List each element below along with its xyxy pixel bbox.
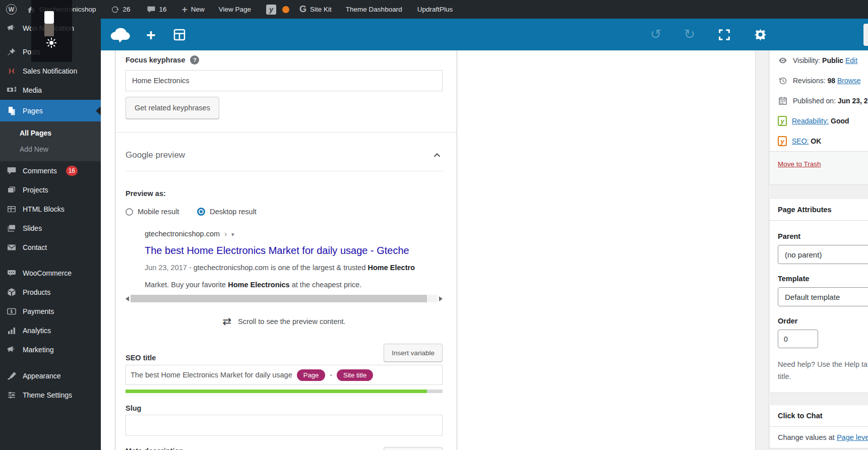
page-variable-tag[interactable]: Page xyxy=(297,369,325,381)
updraftplus-link[interactable]: UpdraftPlus xyxy=(417,6,453,13)
wordpress-logo-icon[interactable]: W xyxy=(6,4,17,15)
new-menu[interactable]: + New xyxy=(182,5,205,14)
insert-variable-button[interactable]: Insert variable xyxy=(384,344,443,362)
preview-desc-bold: Home Electro xyxy=(368,264,415,272)
sidebar-item-label: Payments xyxy=(23,307,54,315)
page-level-link[interactable]: Page leve xyxy=(837,433,868,441)
projects-icon xyxy=(7,185,17,195)
page-attributes-help-text: Need help? Use the Help ta title. xyxy=(778,358,868,382)
preview-horizontal-scrollbar[interactable] xyxy=(126,295,443,302)
redo-icon[interactable]: ↻ xyxy=(684,28,695,41)
visibility-edit-link[interactable]: Edit xyxy=(845,56,857,65)
preview-desc-text: at the cheapest price. xyxy=(290,281,362,289)
sidebar-item-comments[interactable]: Comments 16 xyxy=(0,161,101,180)
desktop-result-radio[interactable]: Desktop result xyxy=(197,208,257,216)
seo-title-text: The best Home Electronics Market for dai… xyxy=(131,371,292,379)
pushpin-icon xyxy=(7,47,17,57)
visibility-row: Visibility: Public Edit xyxy=(770,50,868,71)
site-kit-menu[interactable]: G Site Kit xyxy=(299,4,332,15)
progress-fill xyxy=(126,390,427,393)
scrollbar-thumb[interactable] xyxy=(44,11,54,24)
notification-dot-icon[interactable] xyxy=(282,6,289,13)
seo-title-label: SEO title xyxy=(126,354,156,362)
new-label: New xyxy=(191,6,205,13)
popup-overlay xyxy=(31,0,72,62)
block-layout-icon[interactable] xyxy=(172,27,187,42)
template-select[interactable]: Default template xyxy=(778,287,868,306)
google-icon: G xyxy=(299,4,306,15)
order-label: Order xyxy=(778,317,868,325)
readability-link[interactable]: Readability: xyxy=(792,117,829,125)
updates-menu[interactable]: 26 xyxy=(110,5,131,14)
sidebar-item-projects[interactable]: Projects xyxy=(0,180,101,200)
megaphone-icon xyxy=(7,23,17,33)
admin-sidebar: Woo Notification Posts Sales Notificatio… xyxy=(0,19,101,450)
woocommerce-icon xyxy=(7,268,17,278)
sidebar-subitem-add-new[interactable]: Add New xyxy=(0,141,101,157)
focus-keyphrase-input[interactable] xyxy=(126,70,443,91)
scroll-left-arrow-icon[interactable] xyxy=(126,296,129,301)
published-value: Jun 23, 2 xyxy=(838,97,868,105)
comments-menu[interactable]: 16 xyxy=(147,5,167,14)
site-title-variable-tag[interactable]: Site title xyxy=(337,369,373,381)
click-to-chat-panel: Click to Chat Change values at Page leve xyxy=(769,405,868,448)
view-page-link[interactable]: View Page xyxy=(219,6,251,13)
get-related-keyphrases-button[interactable]: Get related keyphrases xyxy=(126,97,219,119)
bar-chart-icon xyxy=(7,326,17,336)
parent-select[interactable]: (no parent) xyxy=(778,245,868,264)
add-block-button[interactable]: + xyxy=(146,27,156,43)
fullscreen-icon[interactable] xyxy=(717,28,731,42)
sidebar-item-appearance[interactable]: Appearance xyxy=(0,366,101,385)
gear-icon[interactable] xyxy=(754,28,767,41)
mobile-result-radio[interactable]: Mobile result xyxy=(126,208,179,216)
sidebar-item-label: Slides xyxy=(23,224,42,232)
section-divider xyxy=(115,132,457,133)
sidebar-item-label: Analytics xyxy=(23,327,51,335)
page-attributes-title[interactable]: Page Attributes xyxy=(770,199,868,221)
seo-link[interactable]: SEO: xyxy=(792,137,809,145)
admin-bar: W Gtechectronicshop 26 16 + New View Pag… xyxy=(0,0,868,19)
sidebar-item-contact[interactable]: Contact xyxy=(0,238,101,257)
move-to-trash-link[interactable]: Move to Trash xyxy=(778,160,821,168)
scroll-right-arrow-icon[interactable] xyxy=(439,296,443,301)
seo-title-field[interactable]: The best Home Electronics Market for dai… xyxy=(126,365,443,385)
sidebar-item-products[interactable]: Products xyxy=(0,283,101,302)
sun-icon[interactable] xyxy=(45,37,57,49)
sidebar-item-pages[interactable]: Pages xyxy=(0,100,101,121)
editor-content-area: Focus keyphrase ? Get related keyphrases… xyxy=(101,50,755,450)
chevron-up-icon[interactable] xyxy=(431,150,443,161)
desktop-result-label: Desktop result xyxy=(210,208,257,216)
sidebar-item-analytics[interactable]: Analytics xyxy=(0,321,101,340)
sidebar-item-label: Contact xyxy=(23,243,47,251)
revisions-clock-icon xyxy=(778,76,788,86)
sidebar-item-media[interactable]: Media xyxy=(0,81,101,100)
sidebar-item-payments[interactable]: Payments xyxy=(0,302,101,321)
scrollbar-thumb[interactable] xyxy=(131,295,427,302)
preview-date: Jun 23, 2017 - xyxy=(145,264,194,272)
vertical-scrollbar[interactable] xyxy=(755,50,769,450)
seo-value: OK xyxy=(811,137,821,145)
sidebar-subitem-all-pages[interactable]: All Pages xyxy=(0,125,101,141)
cloud-logo-icon[interactable] xyxy=(108,25,133,45)
sidebar-item-sales-notification[interactable]: Sales Notification xyxy=(0,61,101,81)
sidebar-item-html-blocks[interactable]: HTML Blocks xyxy=(0,200,101,219)
undo-icon[interactable]: ↺ xyxy=(650,28,662,41)
sidebar-item-label: HTML Blocks xyxy=(23,205,65,213)
sidebar-item-woocommerce[interactable]: WooCommerce xyxy=(0,264,101,283)
click-to-chat-title[interactable]: Click to Chat xyxy=(770,405,868,427)
help-icon[interactable]: ? xyxy=(190,55,199,65)
sidebar-item-marketing[interactable]: Marketing xyxy=(0,340,101,359)
yoast-icon[interactable]: y xyxy=(266,5,276,15)
scroll-arrows-icon: ⇄ xyxy=(222,315,231,328)
theme-dashboard-link[interactable]: Theme Dashboard xyxy=(346,6,402,13)
sidebar-item-slides[interactable]: Slides xyxy=(0,219,101,238)
slug-input[interactable] xyxy=(126,415,443,436)
revisions-browse-link[interactable]: Browse xyxy=(837,77,861,85)
publish-button-partial[interactable] xyxy=(863,24,868,46)
scrollbar-track[interactable] xyxy=(131,295,438,302)
order-input[interactable] xyxy=(778,330,818,348)
sidebar-item-theme-settings[interactable]: Theme Settings xyxy=(0,385,101,405)
sidebar-item-label: Appearance xyxy=(23,372,61,380)
focus-keyphrase-label: Focus keyphrase xyxy=(126,56,185,64)
insert-variable-button[interactable]: Insert variable xyxy=(384,447,443,450)
